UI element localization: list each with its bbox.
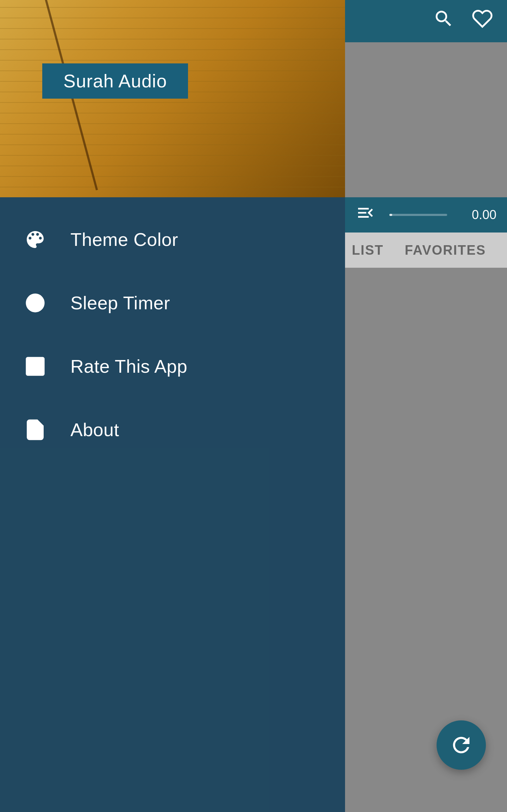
search-icon[interactable] (433, 8, 454, 34)
progress-fill (389, 214, 392, 216)
sleep-timer-label: Sleep Timer (70, 292, 170, 314)
menu-item-about[interactable]: About (0, 398, 345, 461)
fab-repeat-button[interactable] (437, 720, 486, 770)
tabs-area: LIST FAVORITES (345, 233, 507, 268)
tab-list[interactable]: LIST (352, 243, 383, 258)
drawer-hero-image (0, 0, 345, 197)
menu-item-theme-color[interactable]: Theme Color (0, 208, 345, 271)
about-label: About (70, 419, 119, 440)
drawer-title-bar: Surah Audio (42, 63, 188, 99)
menu-item-sleep-timer[interactable]: Sleep Timer (0, 271, 345, 335)
menu-item-rate-app[interactable]: Rate This App (0, 335, 345, 398)
tab-favorites[interactable]: FAVORITES (405, 243, 486, 258)
theme-color-label: Theme Color (70, 229, 178, 250)
drawer-overlay: Surah Audio Theme Color Sleep Timer (0, 0, 345, 812)
progress-bar[interactable] (389, 214, 447, 216)
theme-icon (21, 225, 49, 254)
drawer-prayer-beads (21, 0, 63, 197)
document-icon (21, 416, 49, 444)
rate-app-label: Rate This App (70, 356, 187, 377)
clock-icon (21, 289, 49, 317)
refresh-icon (449, 733, 474, 757)
svg-rect-4 (38, 362, 41, 372)
favorites-icon[interactable] (472, 8, 493, 34)
drawer-menu: Theme Color Sleep Timer Ra (0, 197, 345, 472)
svg-rect-2 (31, 365, 33, 372)
audio-player-bar: 0.00 (345, 197, 507, 233)
queue-icon[interactable] (356, 203, 375, 227)
svg-rect-3 (34, 361, 37, 372)
drawer-app-title: Surah Audio (63, 71, 167, 91)
time-display: 0.00 (461, 207, 496, 222)
rate-icon (21, 352, 49, 380)
